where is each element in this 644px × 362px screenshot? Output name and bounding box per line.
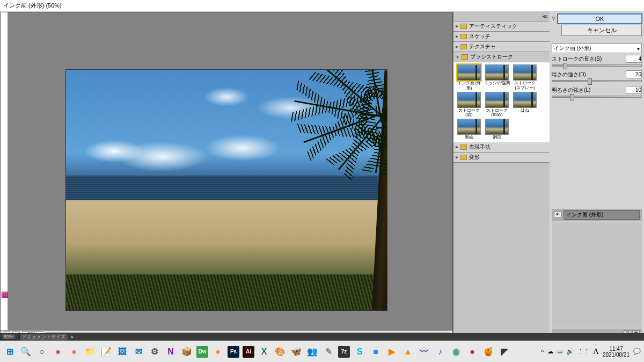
tray-cloud-icon[interactable]: ☁ <box>547 348 553 355</box>
taskbar-outlook-icon[interactable]: ✉ <box>132 345 145 358</box>
thumb-label: はね <box>511 108 538 113</box>
filter-thumb-2[interactable]: ストローク(スプレー) <box>511 64 538 91</box>
filter-select-dropdown[interactable]: インク画 (外形) ▾ <box>552 44 642 53</box>
taskbar-apps: ⊞🔍○●●📁📝🖼✉⚙N📦Dw●PsAiX🎨🦋👥✎7zS■▶▲〰♪◉●🍯◤ <box>3 345 511 358</box>
visibility-icon[interactable]: 👁 <box>554 212 561 218</box>
taskbar-7z-icon[interactable]: 7z <box>338 346 350 358</box>
expand-icon[interactable]: ⍱ <box>552 14 555 24</box>
slider-track-2[interactable] <box>552 96 642 98</box>
filter-thumb-0[interactable]: インク画 (外形) <box>456 64 482 91</box>
effect-layers-body <box>552 222 642 328</box>
taskbar-skype-icon[interactable]: S <box>353 345 366 358</box>
status-expand-icon[interactable]: ▸ <box>71 334 74 339</box>
taskbar-onenote-icon[interactable]: N <box>164 345 177 358</box>
tray-up-icon[interactable]: ^ <box>541 349 544 355</box>
slider-thumb-2[interactable] <box>570 94 574 100</box>
taskbar-vlc-icon[interactable]: ▲ <box>401 345 414 358</box>
taskbar-app4-icon[interactable]: 🍯 <box>482 345 495 358</box>
taskbar-notes-icon[interactable]: 📝 <box>100 345 113 358</box>
panel-collapse-button[interactable]: ≪ <box>453 12 550 21</box>
slider-thumb-1[interactable] <box>588 78 592 85</box>
taskbar-app3-icon[interactable]: ◉ <box>450 345 463 358</box>
tray-ime-icon[interactable]: A <box>593 347 599 356</box>
status-zoom: 50% <box>1 334 16 340</box>
ok-button[interactable]: OK <box>558 14 642 24</box>
slider-group: ストロークの長さ(S)暗さの強さ(D)明るさの強さ(L) <box>552 54 642 101</box>
thumb-image <box>457 64 481 81</box>
filter-thumbnails: インク画 (外形)エッジの強調ストローク(スプレー)ストローク(暗)ストローク(… <box>453 62 550 142</box>
slider-thumb-0[interactable] <box>563 63 567 69</box>
filter-thumb-4[interactable]: ストローク(斜め) <box>484 92 510 118</box>
slider-value-2[interactable] <box>626 86 642 94</box>
thumb-image <box>513 64 537 81</box>
filter-gallery-panel: ≪ ▶アーティスティック ▶スケッチ ▶テクスチャ ▼ブラシストローク インク画… <box>453 12 550 339</box>
thumb-image <box>457 92 481 108</box>
filter-thumb-1[interactable]: エッジの強調 <box>484 64 510 91</box>
category-texture[interactable]: ▶テクスチャ <box>453 42 550 52</box>
taskbar-start-icon[interactable]: ⊞ <box>3 345 16 358</box>
taskbar-excel-icon[interactable]: X <box>258 345 270 358</box>
thumb-image <box>457 119 481 135</box>
thumb-label: ストローク(暗) <box>456 108 482 118</box>
cancel-button[interactable]: キャンセル <box>561 25 642 36</box>
taskbar-zoom-icon[interactable]: ■ <box>369 345 382 358</box>
category-brush-strokes[interactable]: ▼ブラシストローク <box>453 52 550 62</box>
taskbar-chrome-icon[interactable]: ● <box>52 345 64 358</box>
taskbar: ⊞🔍○●●📁📝🖼✉⚙N📦Dw●PsAiX🎨🦋👥✎7zS■▶▲〰♪◉●🍯◤ ^ ☁… <box>0 341 644 362</box>
filter-thumb-3[interactable]: ストローク(暗) <box>456 92 482 118</box>
taskbar-explorer-icon[interactable]: 📁 <box>84 345 97 358</box>
taskbar-teams-icon[interactable]: 👥 <box>306 345 319 358</box>
taskbar-settings-icon[interactable]: ⚙ <box>148 345 161 358</box>
thumb-label: インク画 (外形) <box>456 81 482 91</box>
folder-icon <box>460 144 467 150</box>
taskbar-media-icon[interactable]: ▶ <box>385 345 398 358</box>
taskbar-sublime-icon[interactable]: ● <box>211 345 224 358</box>
taskbar-cortana-icon[interactable]: ○ <box>35 345 48 358</box>
taskbar-photoshop-icon[interactable]: Ps <box>228 346 239 358</box>
slider-value-0[interactable] <box>626 55 642 63</box>
taskbar-app2-icon[interactable]: 〰 <box>418 345 430 358</box>
tray-battery-icon[interactable]: ▭ <box>557 348 562 355</box>
filter-thumb-5[interactable]: はね <box>511 92 538 118</box>
triangle-right-icon: ▶ <box>456 34 458 39</box>
category-sketch[interactable]: ▶スケッチ <box>453 32 550 42</box>
taskbar-photos-icon[interactable]: 🖼 <box>116 345 129 358</box>
slider-track-0[interactable] <box>552 64 642 67</box>
taskbar-app1-icon[interactable]: ✎ <box>322 345 335 358</box>
effect-layers-header: 👁 インク画 (外形) <box>552 209 642 221</box>
filter-thumb-7[interactable]: 網目 <box>484 119 510 140</box>
category-distort[interactable]: ▶変形 <box>453 153 550 163</box>
taskbar-butterfly-icon[interactable]: 🦋 <box>290 345 303 358</box>
category-artistic[interactable]: ▶アーティスティック <box>453 21 550 32</box>
taskbar-record-icon[interactable]: ● <box>466 345 479 358</box>
thumb-image <box>485 64 509 81</box>
ruler-marker[interactable]: 止 <box>2 292 8 298</box>
tray-volume-icon[interactable]: 🔊 <box>566 348 574 355</box>
taskbar-resources-icon[interactable]: 📦 <box>180 345 193 358</box>
thumb-image <box>485 119 509 135</box>
canvas-view[interactable]: 止 <box>1 12 452 330</box>
taskbar-app5-icon[interactable]: ◤ <box>498 345 511 358</box>
palm-tree <box>258 70 387 310</box>
taskbar-dreamweaver-icon[interactable]: Dw <box>196 346 208 358</box>
controls-panel: ⍱ OK キャンセル インク画 (外形) ▾ ストロークの長さ(S)暗さの強さ(… <box>550 12 644 339</box>
taskbar-music-icon[interactable]: ♪ <box>434 345 447 358</box>
chevron-icon: ≪ <box>542 13 547 19</box>
slider-value-1[interactable] <box>626 70 642 78</box>
slider-label-1: 暗さの強さ(D) <box>552 71 586 78</box>
tray-network-icon[interactable]: ⋮⋮ <box>577 348 589 355</box>
taskbar-firefox-icon[interactable]: ● <box>68 345 80 358</box>
clock-time: 11:47 <box>603 346 630 352</box>
filter-thumb-6[interactable]: 墨絵 <box>456 119 482 140</box>
taskbar-search-icon[interactable]: 🔍 <box>19 345 32 358</box>
taskbar-illustrator-icon[interactable]: Ai <box>243 346 254 358</box>
tray-clock[interactable]: 11:47 2021/08/21 <box>603 346 630 358</box>
category-stylize[interactable]: ▶表現手法 <box>453 142 550 153</box>
system-tray: ^ ☁ ▭ 🔊 ⋮⋮ A 11:47 2021/08/21 💬 <box>541 346 641 358</box>
folder-icon <box>460 24 467 29</box>
slider-track-1[interactable] <box>552 80 642 82</box>
triangle-right-icon: ▶ <box>456 24 458 28</box>
effect-layer-title[interactable]: インク画 (外形) <box>564 210 640 220</box>
taskbar-paint-icon[interactable]: 🎨 <box>274 345 287 358</box>
tray-notifications-icon[interactable]: 💬 <box>633 348 641 355</box>
